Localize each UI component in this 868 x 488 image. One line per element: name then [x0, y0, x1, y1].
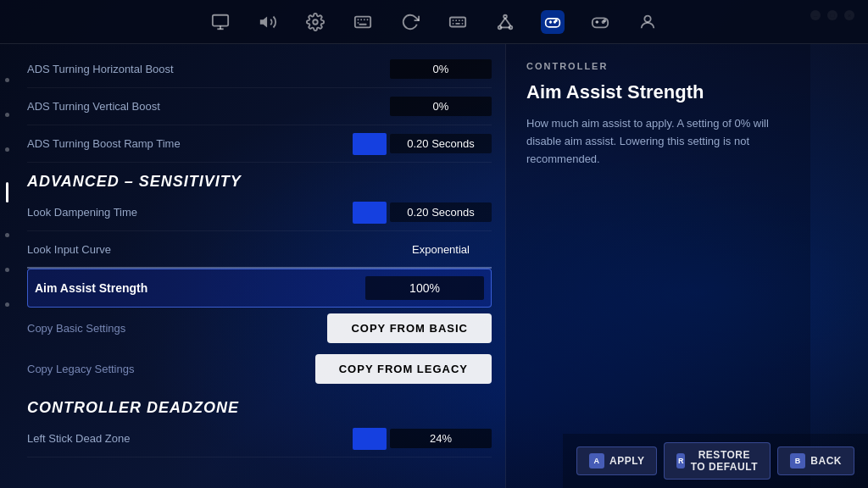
ads-ramp-time-display: 0.20 Seconds [390, 134, 492, 153]
restore-icon: R [676, 453, 685, 469]
scroll-dot-6 [5, 268, 9, 272]
apply-label: APPLY [609, 455, 644, 467]
left-stick-deadzone-label: Left Stick Dead Zone [27, 432, 353, 445]
look-input-curve-display[interactable]: Exponential [390, 243, 492, 256]
gear-icon[interactable] [303, 10, 327, 34]
copy-legacy-row: Copy Legacy Settings COPY FROM LEGACY [27, 348, 492, 389]
gamepad-icon[interactable] [588, 10, 612, 34]
look-dampening-slider[interactable] [353, 202, 387, 224]
ads-horizontal-boost-row: ADS Turning Horizontal Boost 0% [27, 51, 492, 88]
display-icon[interactable] [209, 10, 232, 34]
scroll-dot-3 [5, 147, 9, 152]
look-dampening-label: Look Dampening Time [27, 206, 353, 219]
copy-basic-label: Copy Basic Settings [27, 322, 317, 335]
scroll-dots [0, 44, 14, 488]
ads-ramp-time-label: ADS Turning Boost Ramp Time [27, 137, 353, 150]
ads-horizontal-boost-display: 0% [390, 59, 492, 79]
info-title: Aim Assist Strength [526, 81, 790, 103]
audio-icon[interactable] [256, 10, 280, 34]
ads-vertical-boost-label: ADS Turning Vertical Boost [27, 100, 390, 113]
aim-assist-strength-value: 100% [365, 276, 484, 300]
svg-point-25 [644, 15, 650, 21]
svg-rect-12 [450, 17, 465, 26]
ads-ramp-time-value: 0.20 Seconds [353, 133, 492, 155]
left-stick-deadzone-value: 24% [353, 428, 492, 450]
look-dampening-value: 0.20 Seconds [353, 202, 492, 224]
aim-assist-strength-display: 100% [365, 276, 484, 300]
svg-point-4 [313, 19, 318, 25]
ads-ramp-time-row: ADS Turning Boost Ramp Time 0.20 Seconds [27, 125, 492, 163]
info-category: CONTROLLER [526, 61, 790, 71]
network-icon[interactable] [493, 10, 517, 34]
apply-button[interactable]: A APPLY [576, 446, 657, 475]
svg-point-24 [604, 19, 605, 21]
ads-vertical-boost-row: ADS Turning Vertical Boost 0% [27, 88, 492, 125]
copy-legacy-label: Copy Legacy Settings [27, 363, 305, 375]
svg-line-17 [505, 18, 510, 25]
account-icon[interactable] [636, 10, 659, 34]
back-icon: B [790, 453, 805, 469]
svg-rect-0 [213, 14, 228, 25]
svg-point-21 [555, 19, 557, 21]
apply-icon: A [589, 453, 604, 469]
copy-basic-row: Copy Basic Settings COPY FROM BASIC [27, 308, 492, 348]
info-description: How much aim assist to apply. A setting … [526, 115, 790, 168]
svg-rect-5 [355, 16, 370, 27]
controller-nav-icon[interactable] [541, 10, 565, 34]
copy-from-legacy-button[interactable]: COPY FROM LEGACY [315, 354, 492, 384]
advanced-sensitivity-header: ADVANCED – SENSITIVITY [27, 163, 492, 194]
scroll-dot-1 [5, 78, 9, 82]
keyboard-icon[interactable] [446, 10, 470, 34]
scroll-dot-7 [5, 302, 9, 307]
back-button[interactable]: B BACK [777, 446, 854, 475]
back-label: BACK [810, 455, 842, 467]
settings-panel: ADS Turning Horizontal Boost 0% ADS Turn… [14, 44, 505, 488]
top-nav [0, 0, 868, 44]
svg-point-13 [504, 14, 507, 18]
ads-ramp-slider[interactable] [353, 133, 387, 155]
main-layout: ADS Turning Horizontal Boost 0% ADS Turn… [0, 44, 868, 488]
look-dampening-row: Look Dampening Time 0.20 Seconds [27, 194, 492, 231]
look-dampening-display: 0.20 Seconds [390, 202, 492, 222]
ads-horizontal-boost-value: 0% [390, 59, 492, 79]
ads-vertical-boost-display: 0% [390, 97, 492, 116]
copy-from-basic-button[interactable]: COPY FROM BASIC [327, 313, 492, 343]
restore-default-button[interactable]: R RESTORE TO DEFAULT [664, 442, 771, 480]
keyboard-layout-icon[interactable] [351, 10, 375, 34]
look-input-curve-label: Look Input Curve [27, 243, 390, 256]
aim-assist-strength-label: Aim Assist Strength [35, 281, 365, 295]
ads-vertical-boost-value: 0% [390, 97, 492, 116]
info-panel: CONTROLLER Aim Assist Strength How much … [505, 44, 810, 488]
scroll-dot-4 [6, 182, 8, 202]
svg-line-16 [500, 18, 505, 25]
left-stick-deadzone-slider[interactable] [353, 428, 387, 450]
controller-deadzone-header: CONTROLLER DEADZONE [27, 389, 492, 420]
look-input-curve-value: Exponential [390, 243, 492, 256]
restore-label: RESTORE TO DEFAULT [690, 449, 758, 473]
aim-assist-strength-row[interactable]: Aim Assist Strength 100% [27, 269, 492, 308]
scroll-dot-5 [5, 233, 9, 237]
ads-horizontal-boost-label: ADS Turning Horizontal Boost [27, 63, 390, 75]
bottom-bar: A APPLY R RESTORE TO DEFAULT B BACK [563, 434, 868, 488]
left-stick-deadzone-row: Left Stick Dead Zone 24% [27, 420, 492, 458]
svg-rect-19 [546, 18, 560, 26]
look-input-curve-row: Look Input Curve Exponential [27, 231, 492, 269]
refresh-icon[interactable] [398, 10, 422, 34]
svg-marker-3 [260, 16, 267, 27]
left-stick-deadzone-display: 24% [390, 429, 492, 448]
scroll-dot-2 [5, 113, 9, 117]
